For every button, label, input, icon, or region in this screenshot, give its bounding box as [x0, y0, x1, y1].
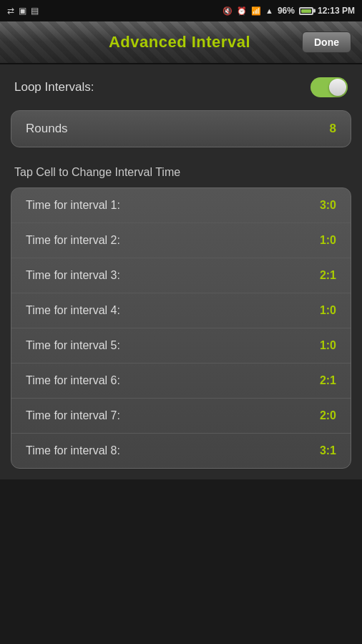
interval-item[interactable]: Time for interval 3:2:1	[11, 258, 351, 293]
wifi-icon: 📶	[251, 6, 261, 16]
loop-intervals-label: Loop Intervals:	[14, 80, 94, 94]
interval-label: Time for interval 3:	[26, 269, 120, 282]
status-right: 🔇 ⏰ 📶 ▲ 96% 12:13 PM	[222, 6, 355, 16]
interval-item[interactable]: Time for interval 4:1:0	[11, 293, 351, 328]
interval-item[interactable]: Time for interval 1:3:0	[11, 188, 351, 223]
interval-item[interactable]: Time for interval 2:1:0	[11, 223, 351, 258]
status-icons-left: ⇄ ▣ ▤	[7, 6, 39, 16]
instruction-text: Tap Cell to Change Interval Time	[0, 155, 362, 187]
page-title: Advanced Interval	[57, 33, 302, 52]
interval-value: 2:1	[320, 374, 336, 387]
done-button[interactable]: Done	[302, 31, 351, 53]
interval-value: 1:0	[320, 339, 336, 352]
interval-value: 3:1	[320, 444, 336, 457]
rounds-value: 8	[330, 122, 336, 136]
rounds-section: Rounds 8	[0, 110, 362, 155]
interval-item[interactable]: Time for interval 8:3:1	[11, 434, 351, 468]
rounds-label: Rounds	[26, 122, 68, 136]
interval-list-container: Time for interval 1:3:0Time for interval…	[0, 187, 362, 479]
alarm-icon: ⏰	[237, 6, 247, 16]
loop-toggle-container[interactable]	[310, 77, 348, 97]
signal-icon: ▲	[265, 6, 273, 15]
battery-percent: 96%	[278, 6, 295, 16]
main-content: Loop Intervals: Rounds 8 Tap Cell to Cha…	[0, 64, 362, 479]
loop-intervals-toggle[interactable]	[310, 77, 348, 97]
interval-value: 1:0	[320, 304, 336, 317]
mute-icon: 🔇	[222, 6, 233, 16]
interval-item[interactable]: Time for interval 6:2:1	[11, 364, 351, 399]
interval-label: Time for interval 1:	[26, 199, 120, 212]
usb-icon: ⇄	[7, 6, 14, 16]
interval-value: 1:0	[320, 234, 336, 247]
status-bar: ⇄ ▣ ▤ 🔇 ⏰ 📶 ▲ 96% 12:13 PM	[0, 0, 362, 21]
interval-label: Time for interval 6:	[26, 374, 120, 387]
app-header: Advanced Interval Done	[0, 21, 362, 64]
interval-item[interactable]: Time for interval 5:1:0	[11, 328, 351, 364]
rounds-cell[interactable]: Rounds 8	[11, 110, 351, 147]
interval-label: Time for interval 4:	[26, 304, 120, 317]
interval-value: 3:0	[320, 199, 336, 212]
screen-icon: ▣	[19, 6, 26, 16]
interval-label: Time for interval 8:	[26, 444, 120, 457]
interval-item[interactable]: Time for interval 7:2:0	[11, 399, 351, 434]
loop-intervals-row: Loop Intervals:	[0, 64, 362, 110]
battery-icon	[299, 7, 313, 15]
interval-value: 2:0	[320, 409, 336, 422]
interval-label: Time for interval 7:	[26, 409, 120, 422]
toggle-knob	[329, 79, 346, 96]
interval-label: Time for interval 2:	[26, 234, 120, 247]
interval-list: Time for interval 1:3:0Time for interval…	[11, 187, 351, 469]
interval-label: Time for interval 5:	[26, 339, 120, 352]
time-display: 12:13 PM	[318, 6, 355, 16]
interval-value: 2:1	[320, 269, 336, 282]
storage-icon: ▤	[31, 6, 39, 16]
